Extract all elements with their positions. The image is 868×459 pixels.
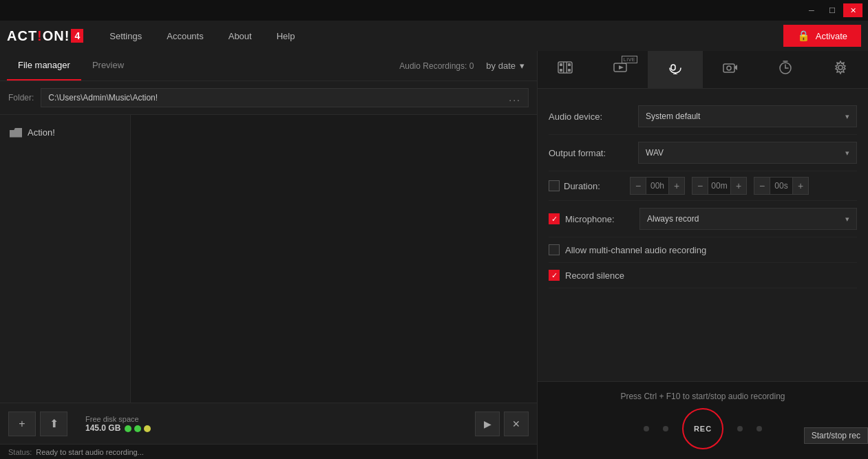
live-icon: LIVE bbox=[613, 61, 628, 77]
disk-info: Free disk space 145.0 GB bbox=[85, 415, 471, 433]
folder-options-button[interactable]: ... bbox=[509, 92, 521, 103]
microphone-chevron-icon: ▾ bbox=[845, 215, 849, 224]
nav-about[interactable]: About bbox=[216, 21, 264, 51]
duration-label: Duration: bbox=[564, 181, 619, 191]
audio-device-row: Audio device: System default ▾ bbox=[549, 98, 857, 135]
rec-dot-left-1 bbox=[644, 426, 649, 431]
right-panel: LIVE bbox=[538, 51, 868, 459]
multi-channel-checkbox[interactable] bbox=[549, 244, 560, 255]
right-tab-audio[interactable] bbox=[648, 51, 703, 89]
disk-dots bbox=[125, 425, 151, 432]
start-stop-tooltip: Start/stop rec bbox=[804, 427, 868, 444]
duration-checkbox[interactable] bbox=[549, 180, 560, 191]
duration-minutes-group: − 00m + bbox=[692, 177, 747, 195]
multi-channel-row: Allow multi-channel audio recording bbox=[549, 237, 857, 263]
file-content-area bbox=[131, 115, 537, 403]
stop-button[interactable]: ✕ bbox=[504, 412, 529, 436]
folder-item-label: Action! bbox=[28, 127, 55, 138]
list-item[interactable]: Action! bbox=[0, 122, 130, 143]
tab-bar: File manager Preview Audio Recordings: 0… bbox=[0, 51, 537, 81]
duration-seconds-increment[interactable]: + bbox=[792, 177, 809, 195]
output-format-label: Output format: bbox=[549, 148, 638, 158]
duration-hours-decrement[interactable]: − bbox=[630, 177, 646, 195]
duration-minutes-decrement[interactable]: − bbox=[692, 177, 708, 195]
close-button[interactable]: ✕ bbox=[843, 3, 862, 17]
folder-path: C:\Users\Admin\Music\Action! ... bbox=[41, 88, 529, 107]
rec-button[interactable]: REC bbox=[682, 408, 723, 449]
file-list-area: Action! bbox=[0, 115, 537, 403]
tab-preview[interactable]: Preview bbox=[81, 50, 135, 81]
microphone-select[interactable]: Always record ▾ bbox=[639, 208, 857, 230]
disk-dot-3 bbox=[144, 425, 151, 432]
microphone-value: Always record bbox=[647, 214, 699, 224]
right-tab-video[interactable] bbox=[538, 51, 593, 89]
disk-dot-1 bbox=[125, 425, 131, 432]
svg-rect-4 bbox=[568, 69, 571, 72]
nav-settings[interactable]: Settings bbox=[97, 21, 154, 51]
add-button[interactable]: + bbox=[8, 412, 36, 436]
duration-minutes-value: 00m bbox=[708, 177, 730, 195]
sort-chevron-icon: ▾ bbox=[520, 61, 525, 71]
rec-dot-left-2 bbox=[663, 426, 668, 431]
timer-icon bbox=[779, 61, 792, 78]
audio-device-label: Audio device: bbox=[549, 111, 638, 122]
status-bar: Status: Ready to start audio recording..… bbox=[0, 444, 537, 459]
output-format-select[interactable]: WAV ▾ bbox=[638, 142, 857, 164]
tab-file-manager[interactable]: File manager bbox=[7, 50, 81, 81]
film-icon bbox=[558, 61, 573, 77]
folder-path-text: C:\Users\Admin\Music\Action! bbox=[48, 93, 158, 103]
duration-seconds-decrement[interactable]: − bbox=[754, 177, 770, 195]
sort-dropdown[interactable]: by date ▾ bbox=[480, 58, 530, 74]
sort-label: by date bbox=[486, 61, 516, 71]
logo-text: ACT!ON! bbox=[7, 28, 70, 44]
restore-button[interactable]: ☐ bbox=[823, 3, 842, 17]
svg-rect-12 bbox=[723, 64, 734, 72]
status-text: Ready to start audio recording... bbox=[36, 448, 144, 456]
record-silence-label: Record silence bbox=[565, 270, 624, 281]
minimize-button[interactable]: ─ bbox=[802, 3, 821, 17]
duration-seconds-value: 00s bbox=[770, 177, 792, 195]
audio-device-select[interactable]: System default ▾ bbox=[638, 105, 857, 127]
right-tab-camera[interactable] bbox=[703, 51, 758, 89]
left-panel: File manager Preview Audio Recordings: 0… bbox=[0, 51, 538, 459]
right-tab-live[interactable]: LIVE bbox=[593, 51, 648, 89]
rec-dot-right-2 bbox=[756, 426, 762, 431]
activate-button[interactable]: 🔒 Activate bbox=[783, 25, 861, 47]
output-format-chevron-icon: ▾ bbox=[845, 149, 849, 158]
rec-dot-right-1 bbox=[737, 426, 743, 431]
nav-help[interactable]: Help bbox=[264, 21, 308, 51]
duration-hours-value: 00h bbox=[646, 177, 668, 195]
upload-button[interactable]: ⬆ bbox=[40, 412, 67, 436]
multi-channel-label: Allow multi-channel audio recording bbox=[565, 245, 706, 255]
title-bar: ─ ☐ ✕ bbox=[0, 0, 868, 21]
microphone-checkbox[interactable] bbox=[549, 213, 560, 224]
app-logo: ACT!ON! 4 bbox=[7, 28, 83, 44]
right-tabs: LIVE bbox=[538, 51, 868, 89]
gear-icon bbox=[834, 61, 847, 78]
audio-device-chevron-icon: ▾ bbox=[845, 112, 849, 121]
top-nav: ACT!ON! 4 Settings Accounts About Help 🔒… bbox=[0, 21, 868, 51]
folder-icon bbox=[10, 128, 22, 138]
svg-rect-1 bbox=[560, 63, 562, 66]
bottom-bar: + ⬆ Free disk space 145.0 GB ▶ ✕ bbox=[0, 403, 537, 444]
duration-hours-increment[interactable]: + bbox=[668, 177, 685, 195]
svg-rect-3 bbox=[560, 69, 562, 72]
right-tab-settings[interactable] bbox=[813, 51, 868, 89]
microphone-row: Microphone: Always record ▾ bbox=[549, 201, 857, 237]
play-button[interactable]: ▶ bbox=[475, 412, 500, 436]
camera-icon bbox=[723, 61, 738, 77]
right-tab-timer[interactable] bbox=[758, 51, 813, 89]
folder-label: Folder: bbox=[8, 93, 34, 103]
microphone-label: Microphone: bbox=[565, 214, 634, 224]
logo-version: 4 bbox=[71, 29, 83, 43]
record-silence-checkbox[interactable] bbox=[549, 270, 560, 281]
audio-icon bbox=[668, 61, 683, 78]
right-bottom: Press Ctrl + F10 to start/stop audio rec… bbox=[538, 381, 868, 459]
duration-seconds-group: − 00s + bbox=[754, 177, 809, 195]
disk-dot-2 bbox=[134, 425, 141, 432]
record-silence-row: Record silence bbox=[549, 263, 857, 288]
nav-accounts[interactable]: Accounts bbox=[154, 21, 215, 51]
audio-recordings-label: Audio Recordings: 0 bbox=[399, 61, 474, 71]
duration-minutes-increment[interactable]: + bbox=[730, 177, 747, 195]
output-format-value: WAV bbox=[646, 148, 664, 158]
